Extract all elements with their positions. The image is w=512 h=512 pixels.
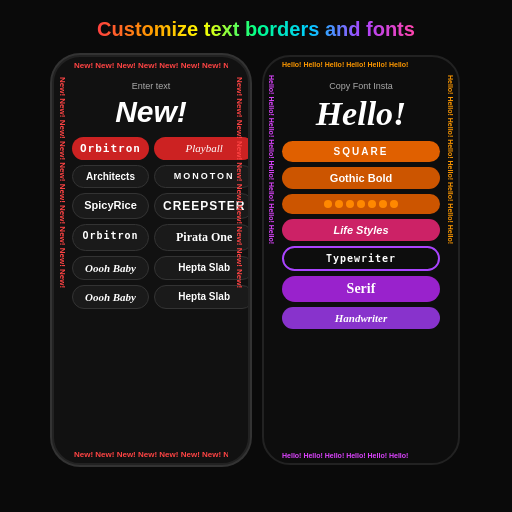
font-btn-spicyrice[interactable]: SpicyRice	[72, 193, 149, 219]
border-side-right-l: Hello! Hello! Hello! Hello! Hello! Hello…	[268, 75, 275, 445]
font-btn-ooohb[interactable]: Oooh Baby	[72, 285, 149, 309]
font-btn-hepta2[interactable]: Hepta Slab	[154, 285, 250, 309]
phone-right: Hello! Hello! Hello! Hello! Hello! Hello…	[262, 55, 460, 465]
left-input-label: Enter text	[132, 81, 171, 91]
page-title: Customize text borders and fonts	[97, 18, 415, 41]
font-btn-architects[interactable]: Architects	[72, 165, 149, 188]
font-btn-square[interactable]: SQUARE	[282, 141, 440, 162]
font-btn-lifestyles[interactable]: Life Styles	[282, 219, 440, 241]
right-display-text: Hello!	[316, 95, 407, 133]
font-btn-monoton[interactable]: MONOTON	[154, 165, 250, 188]
font-btn-gothic[interactable]: Gothic Bold	[282, 167, 440, 189]
font-btn-orbitron2[interactable]: Orbitron	[72, 224, 149, 251]
border-side-right-r: Hello! Hello! Hello! Hello! Hello! Hello…	[447, 75, 454, 445]
right-font-grid: SQUARE Gothic Bold Life Styles Typewrite…	[282, 141, 440, 329]
font-btn-hepta1[interactable]: Hepta Slab	[154, 256, 250, 280]
border-bottom-right: Hello! Hello! Hello! Hello! Hello! Hello…	[282, 452, 440, 459]
font-btn-creepster[interactable]: CREEPSTER	[154, 193, 250, 219]
border-side-left-l: New! New! New! New! New! New! New! New! …	[58, 77, 67, 443]
border-top-right: Hello! Hello! Hello! Hello! Hello! Hello…	[282, 61, 440, 68]
font-btn-typewriter[interactable]: Typewriter	[282, 246, 440, 271]
right-input-label: Copy Font Insta	[329, 81, 393, 91]
border-top-left: New! New! New! New! New! New! New! New!	[74, 61, 228, 70]
phones-container: New! New! New! New! New! New! New! New! …	[52, 55, 460, 465]
font-btn-oooha[interactable]: Oooh Baby	[72, 256, 149, 280]
font-btn-serif[interactable]: Serif	[282, 276, 440, 302]
font-btn-playball[interactable]: Playball	[154, 137, 250, 160]
font-btn-handwriter[interactable]: Handwriter	[282, 307, 440, 329]
border-bottom-left: New! New! New! New! New! New! New! New!	[74, 450, 228, 459]
font-btn-orbitron[interactable]: Orbitron	[72, 137, 149, 160]
font-btn-pirataone[interactable]: Pirata One	[154, 224, 250, 251]
left-font-grid: Orbitron Playball Architects MONOTON Spi…	[72, 137, 230, 309]
phone-left: New! New! New! New! New! New! New! New! …	[52, 55, 250, 465]
font-btn-dots[interactable]	[282, 194, 440, 214]
left-display-text: New!	[115, 95, 187, 129]
